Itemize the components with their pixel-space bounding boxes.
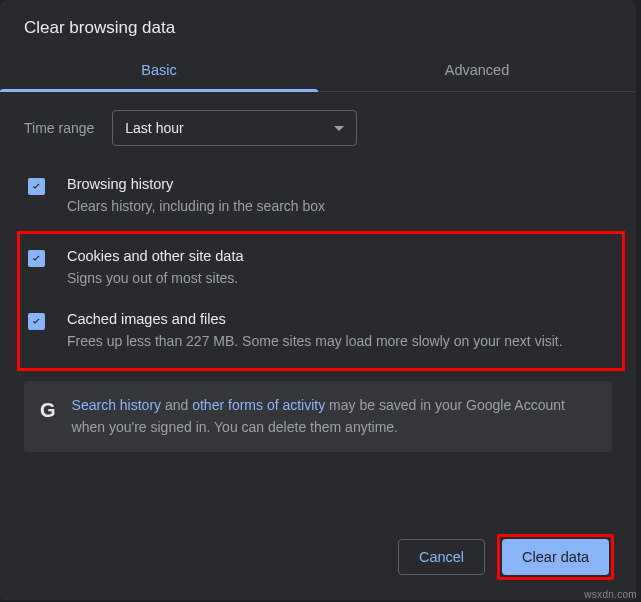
cancel-button[interactable]: Cancel — [398, 539, 485, 575]
checkbox-cookies[interactable] — [28, 250, 45, 267]
option-browsing-history: Browsing history Clears history, includi… — [24, 168, 612, 231]
info-text-frag: and — [161, 397, 192, 413]
time-range-row: Time range Last hour — [24, 110, 612, 146]
dialog-content: Time range Last hour Browsing history Cl… — [0, 92, 636, 452]
other-activity-link[interactable]: other forms of activity — [192, 397, 325, 413]
option-text: Cached images and files Frees up less th… — [67, 311, 608, 352]
option-title: Browsing history — [67, 176, 608, 192]
info-box: G Search history and other forms of acti… — [24, 381, 612, 452]
dialog-title: Clear browsing data — [0, 0, 636, 48]
option-title: Cached images and files — [67, 311, 608, 327]
checkmark-icon — [30, 315, 43, 328]
option-text: Cookies and other site data Signs you ou… — [67, 248, 608, 289]
checkbox-browsing-history[interactable] — [28, 178, 45, 195]
time-range-select[interactable]: Last hour — [112, 110, 357, 146]
chevron-down-icon — [334, 126, 344, 131]
option-desc: Frees up less than 227 MB. Some sites ma… — [67, 331, 608, 352]
clear-data-button[interactable]: Clear data — [502, 539, 609, 575]
highlight-box-button: Clear data — [497, 534, 614, 580]
checkbox-cache[interactable] — [28, 313, 45, 330]
time-range-label: Time range — [24, 120, 94, 136]
option-desc: Signs you out of most sites. — [67, 268, 608, 289]
clear-browsing-data-dialog: Clear browsing data Basic Advanced Time … — [0, 0, 636, 600]
option-title: Cookies and other site data — [67, 248, 608, 264]
option-desc: Clears history, including in the search … — [67, 196, 608, 217]
watermark: wsxdn.com — [584, 589, 637, 600]
search-history-link[interactable]: Search history — [72, 397, 161, 413]
checkmark-icon — [30, 252, 43, 265]
info-text: Search history and other forms of activi… — [72, 395, 596, 438]
option-cookies: Cookies and other site data Signs you ou… — [24, 240, 612, 303]
tab-basic[interactable]: Basic — [0, 48, 318, 91]
tab-advanced[interactable]: Advanced — [318, 48, 636, 91]
checkmark-icon — [30, 180, 43, 193]
time-range-value: Last hour — [125, 120, 183, 136]
options-list: Browsing history Clears history, includi… — [24, 168, 612, 452]
tab-bar: Basic Advanced — [0, 48, 636, 92]
dialog-footer: Cancel Clear data — [398, 534, 614, 580]
highlight-box: Cookies and other site data Signs you ou… — [17, 231, 625, 371]
google-icon: G — [40, 399, 56, 422]
option-text: Browsing history Clears history, includi… — [67, 176, 608, 217]
option-cache: Cached images and files Frees up less th… — [24, 303, 612, 366]
